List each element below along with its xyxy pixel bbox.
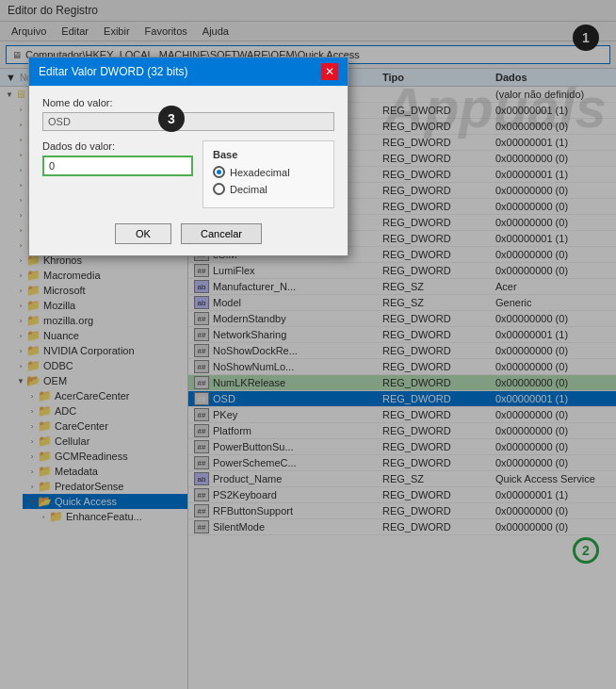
modal-titlebar: Editar Valor DWORD (32 bits) ✕ bbox=[29, 57, 348, 86]
modal-overlay: Editar Valor DWORD (32 bits) ✕ Nome do v… bbox=[0, 0, 616, 689]
badge-3: 3 bbox=[158, 106, 185, 132]
modal-ok-button[interactable]: OK bbox=[115, 223, 171, 244]
modal-name-label: Nome do valor: bbox=[42, 97, 334, 108]
radio-hexadecimal[interactable] bbox=[213, 166, 225, 178]
modal-name-input[interactable] bbox=[42, 112, 334, 131]
badge-3-label: 3 bbox=[168, 111, 175, 126]
modal-data-input[interactable] bbox=[42, 156, 193, 176]
modal-data-row: Dados do valor: Base Hexadecimal Decimal bbox=[42, 140, 334, 208]
modal-buttons: OK Cancelar bbox=[42, 220, 334, 244]
modal-title: Editar Valor DWORD (32 bits) bbox=[39, 65, 187, 78]
radio-hexadecimal-label: Hexadecimal bbox=[230, 167, 290, 178]
radio-decimal-label: Decimal bbox=[230, 184, 267, 195]
modal-left: Dados do valor: bbox=[42, 140, 193, 208]
modal-base-title: Base bbox=[213, 149, 324, 160]
modal-cancel-button[interactable]: Cancelar bbox=[181, 223, 262, 244]
radio-hexadecimal-row[interactable]: Hexadecimal bbox=[213, 166, 324, 178]
modal-dialog: Editar Valor DWORD (32 bits) ✕ Nome do v… bbox=[28, 57, 349, 256]
modal-base-box: Base Hexadecimal Decimal bbox=[203, 140, 334, 208]
radio-decimal[interactable] bbox=[213, 183, 225, 195]
modal-body: Nome do valor: Dados do valor: Base Hexa… bbox=[29, 86, 348, 255]
modal-data-label: Dados do valor: bbox=[42, 140, 193, 152]
radio-decimal-row[interactable]: Decimal bbox=[213, 183, 324, 195]
modal-close-button[interactable]: ✕ bbox=[321, 63, 338, 80]
